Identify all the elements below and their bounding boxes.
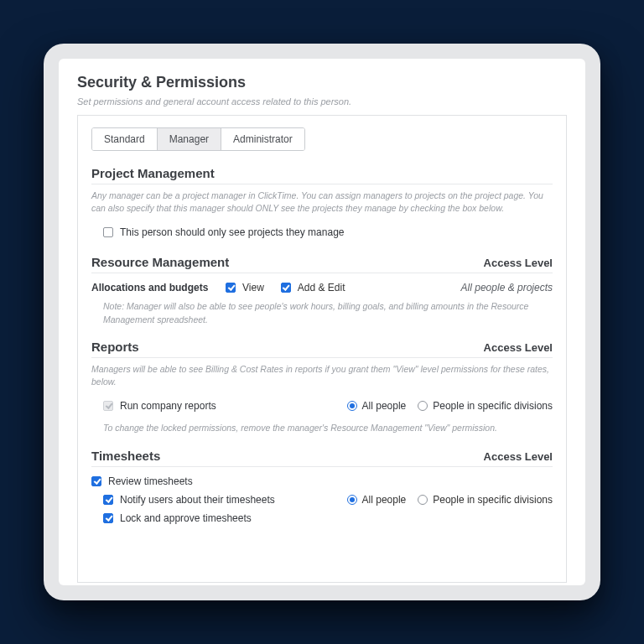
role-tabs: Standard Manager Administrator bbox=[91, 127, 305, 151]
project-only-manage-row[interactable]: This person should only see projects the… bbox=[91, 223, 553, 242]
checkbox-icon[interactable] bbox=[103, 227, 113, 237]
resource-mgmt-title: Resource Management bbox=[91, 255, 229, 269]
tab-standard[interactable]: Standard bbox=[92, 128, 158, 150]
reports-radio-all[interactable]: All people bbox=[347, 400, 407, 412]
page-title: Security & Permissions bbox=[77, 74, 567, 91]
resource-mgmt-note: Note: Manager will also be able to see p… bbox=[91, 300, 553, 325]
radio-icon[interactable] bbox=[347, 495, 357, 505]
timesheets-notify-label: Notify users about their timesheets bbox=[120, 494, 275, 506]
section-reports: Reports Access Level Managers will be ab… bbox=[91, 340, 553, 435]
project-only-manage-label: This person should only see projects the… bbox=[120, 226, 345, 238]
timesheets-notify-row[interactable]: Notify users about their timesheets bbox=[91, 491, 347, 509]
timesheets-lock-label: Lock and approve timesheets bbox=[120, 512, 252, 524]
allocations-row: Allocations and budgets View Add & Edit … bbox=[91, 278, 553, 300]
project-mgmt-desc: Any manager can be a project manager in … bbox=[91, 190, 553, 215]
timesheets-review-label: Review timesheets bbox=[108, 475, 193, 487]
radio-icon[interactable] bbox=[347, 401, 357, 411]
radio-icon[interactable] bbox=[418, 495, 428, 505]
checkbox-icon[interactable] bbox=[91, 476, 101, 486]
reports-locked-note: To change the locked permissions, remove… bbox=[91, 422, 553, 434]
section-project-management: Project Management Any manager can be a … bbox=[91, 166, 553, 242]
timesheets-radio-all[interactable]: All people bbox=[347, 494, 407, 506]
allocations-scope: All people & projects bbox=[461, 282, 553, 293]
allocations-label: Allocations and budgets bbox=[91, 282, 226, 293]
timesheets-radio-divisions[interactable]: People in specific divisions bbox=[418, 494, 553, 506]
reports-title: Reports bbox=[91, 340, 139, 354]
settings-panel: Security & Permissions Set permissions a… bbox=[59, 59, 585, 585]
reports-run-row: Run company reports All people People in… bbox=[91, 397, 553, 415]
timesheets-lock-row[interactable]: Lock and approve timesheets bbox=[91, 509, 347, 527]
allocations-edit-option[interactable]: Add & Edit bbox=[281, 282, 345, 293]
checkbox-icon[interactable] bbox=[281, 283, 291, 293]
resource-mgmt-access-label: Access Level bbox=[484, 257, 553, 269]
reports-radio-divisions[interactable]: People in specific divisions bbox=[418, 400, 553, 412]
checkbox-icon[interactable] bbox=[103, 513, 113, 523]
checkbox-icon[interactable] bbox=[103, 495, 113, 505]
allocations-view-option[interactable]: View bbox=[226, 282, 264, 293]
reports-run-label: Run company reports bbox=[120, 400, 216, 412]
project-mgmt-title: Project Management bbox=[91, 166, 215, 180]
timesheets-access-label: Access Level bbox=[484, 450, 553, 463]
section-timesheets: Timesheets Access Level Review timesheet… bbox=[91, 449, 553, 527]
timesheets-review-row[interactable]: Review timesheets bbox=[91, 472, 347, 491]
checkbox-locked-icon bbox=[103, 401, 113, 411]
timesheets-title: Timesheets bbox=[91, 449, 160, 463]
tab-manager[interactable]: Manager bbox=[158, 128, 221, 150]
page-subtitle: Set permissions and general account acce… bbox=[77, 96, 567, 106]
radio-icon[interactable] bbox=[418, 401, 428, 411]
reports-access-label: Access Level bbox=[484, 341, 553, 354]
tab-administrator[interactable]: Administrator bbox=[221, 128, 304, 150]
checkbox-icon[interactable] bbox=[226, 283, 236, 293]
section-resource-management: Resource Management Access Level Allocat… bbox=[91, 255, 553, 325]
reports-desc: Managers will be able to see Billing & C… bbox=[91, 363, 553, 388]
content-box: Standard Manager Administrator Project M… bbox=[77, 115, 567, 583]
device-frame: Security & Permissions Set permissions a… bbox=[44, 44, 600, 600]
